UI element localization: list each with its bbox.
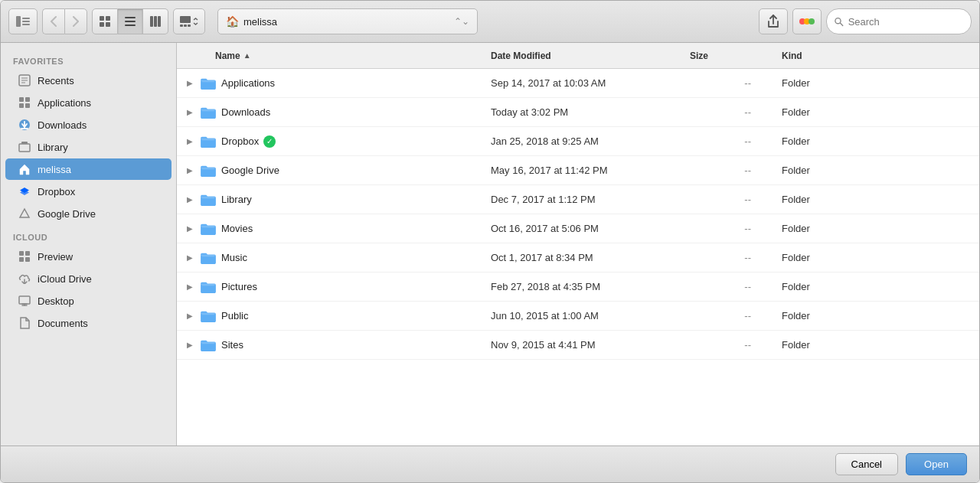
- icloud-drive-label: iCloud Drive: [38, 273, 92, 285]
- table-row[interactable]: ▶ Sites Nov 9, 2015 at 4:41 PM -- Folder: [177, 331, 979, 360]
- documents-label: Documents: [38, 318, 88, 329]
- expand-arrow-icon[interactable]: ▶: [185, 311, 195, 321]
- svg-rect-9: [125, 21, 136, 22]
- documents-icon: [18, 316, 31, 330]
- sidebar-item-library[interactable]: Library: [5, 136, 172, 158]
- size-column-header[interactable]: Size: [682, 51, 774, 61]
- table-row[interactable]: ▶ Google Drive May 16, 2017 at 11:42 PM …: [177, 156, 979, 185]
- sidebar-item-recents[interactable]: Recents: [5, 70, 172, 91]
- svg-rect-28: [25, 97, 30, 102]
- sidebar-item-documents[interactable]: Documents: [5, 312, 172, 334]
- file-name-cell: ▶ Pictures: [177, 280, 483, 294]
- svg-rect-57: [202, 343, 214, 344]
- svg-rect-35: [21, 142, 28, 144]
- file-list-area: Name ▲ Date Modified Size Kind ▶ Applica: [177, 43, 979, 445]
- kind-column-header[interactable]: Kind: [774, 51, 979, 61]
- file-name-label: Google Drive: [221, 165, 279, 176]
- file-size-cell: --: [682, 281, 774, 292]
- search-bar[interactable]: [826, 8, 972, 34]
- search-input[interactable]: [848, 16, 963, 28]
- table-row[interactable]: ▶ Pictures Feb 27, 2018 at 4:35 PM -- Fo…: [177, 273, 979, 302]
- forward-button[interactable]: [64, 8, 87, 34]
- file-size-cell: --: [682, 106, 774, 118]
- icloud-section-label: iCloud: [1, 225, 176, 245]
- share-button[interactable]: [759, 8, 788, 34]
- back-button[interactable]: [42, 8, 64, 34]
- applications-icon: [18, 96, 31, 109]
- file-kind-cell: Folder: [774, 165, 979, 176]
- svg-rect-44: [19, 296, 30, 304]
- file-name-cell: ▶ Public: [177, 309, 483, 323]
- sidebar-item-icloud-drive[interactable]: iCloud Drive: [5, 268, 172, 289]
- sidebar-item-desktop[interactable]: Desktop: [5, 290, 172, 312]
- table-row[interactable]: ▶ Downloads Today at 3:02 PM -- Folder: [177, 98, 979, 127]
- svg-rect-51: [202, 168, 214, 169]
- file-date-cell: May 16, 2017 at 11:42 PM: [483, 165, 682, 176]
- svg-rect-27: [19, 97, 24, 102]
- sidebar-toggle-button[interactable]: [8, 8, 38, 34]
- expand-arrow-icon[interactable]: ▶: [185, 78, 195, 89]
- file-kind-cell: Folder: [774, 223, 979, 234]
- expand-arrow-icon[interactable]: ▶: [185, 253, 195, 263]
- table-row[interactable]: ▶ Music Oct 1, 2017 at 8:34 PM -- Folder: [177, 243, 979, 273]
- sort-arrow-icon: ▲: [243, 51, 251, 60]
- library-label: Library: [38, 142, 68, 153]
- recents-label: Recents: [38, 75, 74, 86]
- svg-rect-15: [180, 24, 183, 27]
- column-view-button[interactable]: [143, 8, 168, 34]
- column-view-icon: [150, 16, 161, 27]
- svg-rect-12: [154, 16, 157, 27]
- file-date-cell: Dec 7, 2017 at 1:12 PM: [483, 194, 682, 205]
- file-kind-cell: Folder: [774, 135, 979, 147]
- cancel-button[interactable]: Cancel: [835, 453, 898, 475]
- nav-buttons: [42, 8, 87, 34]
- svg-rect-10: [125, 24, 136, 26]
- svg-rect-30: [25, 103, 30, 108]
- list-view-button[interactable]: [118, 8, 143, 34]
- location-bar[interactable]: 🏠 melissa ⌃⌄: [217, 8, 478, 34]
- forward-icon: [73, 16, 79, 27]
- sidebar-toggle-icon: [16, 16, 30, 27]
- table-row[interactable]: ▶ Public Jun 10, 2015 at 1:00 AM -- Fold…: [177, 302, 979, 331]
- svg-rect-29: [19, 103, 24, 108]
- icon-view-button[interactable]: [92, 8, 118, 34]
- open-button[interactable]: Open: [906, 453, 967, 475]
- cover-flow-button[interactable]: [173, 8, 205, 34]
- expand-arrow-icon[interactable]: ▶: [185, 165, 195, 176]
- bottom-bar: Cancel Open: [1, 445, 979, 482]
- table-row[interactable]: ▶ Dropbox ✓ Jan 25, 2018 at 9:25 AM -- F…: [177, 127, 979, 156]
- sidebar-item-melissa[interactable]: melissa: [5, 158, 172, 180]
- date-column-header[interactable]: Date Modified: [483, 51, 682, 61]
- dropdown-arrow-icon: [193, 18, 198, 25]
- google-drive-label: Google Drive: [38, 208, 96, 220]
- expand-arrow-icon[interactable]: ▶: [185, 340, 195, 351]
- sidebar-item-google-drive[interactable]: Google Drive: [5, 203, 172, 224]
- file-list-header: Name ▲ Date Modified Size Kind: [177, 43, 979, 69]
- sidebar-item-preview[interactable]: Preview: [5, 246, 172, 267]
- sidebar-item-downloads[interactable]: Downloads: [5, 114, 172, 135]
- table-row[interactable]: ▶ Movies Oct 16, 2017 at 5:06 PM -- Fold…: [177, 214, 979, 243]
- svg-rect-49: [202, 110, 214, 111]
- table-row[interactable]: ▶ Library Dec 7, 2017 at 1:12 PM -- Fold…: [177, 185, 979, 214]
- expand-arrow-icon[interactable]: ▶: [185, 282, 195, 292]
- folder-icon: [200, 77, 217, 90]
- main-area: Favorites Recents Applications Downloads: [1, 43, 979, 445]
- table-row[interactable]: ▶ Applications Sep 14, 2017 at 10:03 AM …: [177, 69, 979, 98]
- name-column-header[interactable]: Name ▲: [177, 51, 483, 61]
- favorites-section-label: Favorites: [1, 49, 176, 69]
- sidebar-item-applications[interactable]: Applications: [5, 92, 172, 113]
- file-size-cell: --: [682, 77, 774, 89]
- svg-point-21: [835, 18, 841, 23]
- expand-arrow-icon[interactable]: ▶: [185, 224, 195, 234]
- location-arrows-icon: ⌃⌄: [454, 16, 469, 27]
- file-kind-cell: Folder: [774, 106, 979, 118]
- tag-button[interactable]: [792, 8, 822, 34]
- file-name-label: Sites: [221, 339, 243, 351]
- downloads-label: Downloads: [38, 119, 87, 131]
- file-size-cell: --: [682, 339, 774, 351]
- sidebar-item-dropbox[interactable]: Dropbox: [5, 181, 172, 202]
- expand-arrow-icon[interactable]: ▶: [185, 136, 195, 147]
- svg-rect-1: [22, 18, 30, 19]
- expand-arrow-icon[interactable]: ▶: [185, 107, 195, 118]
- expand-arrow-icon[interactable]: ▶: [185, 194, 195, 205]
